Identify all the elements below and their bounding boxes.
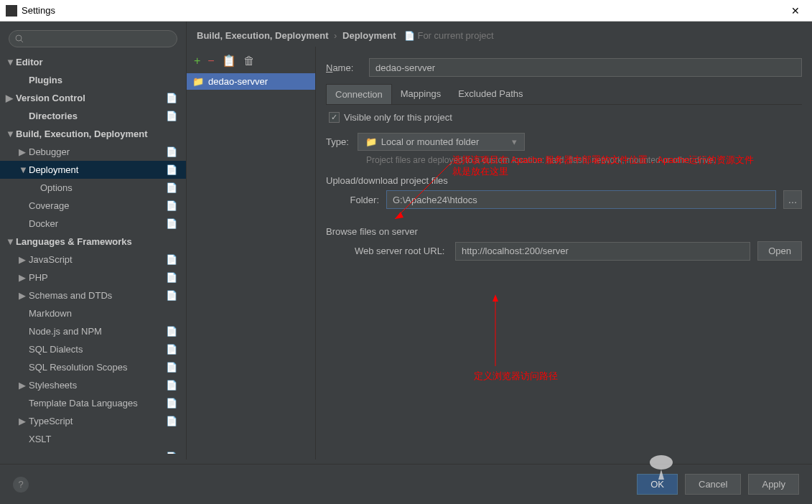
tree-label: Languages & Frameworks	[16, 236, 132, 247]
arrow-icon: ▶	[19, 146, 26, 157]
scope-icon: 📄	[166, 380, 177, 391]
tree-item-build-execution-deployment[interactable]: ▼Build, Execution, Deployment	[0, 125, 186, 143]
type-select[interactable]: 📁 Local or mounted folder ▾	[358, 133, 526, 151]
tree-item-schemas-and-dtds[interactable]: ▶Schemas and DTDs📄	[0, 286, 186, 304]
copy-icon[interactable]: 📋	[222, 54, 236, 67]
svg-marker-5	[493, 294, 498, 302]
server-toolbar: + − 📋 🗑	[187, 54, 315, 72]
folder-icon: 📁	[192, 76, 204, 87]
tree-item-debugger[interactable]: ▶Debugger📄	[0, 143, 186, 161]
tree-item-directories[interactable]: Directories📄	[0, 107, 186, 125]
upload-section-label: Upload/download project files	[326, 175, 802, 186]
tree-item-docker[interactable]: Docker📄	[0, 215, 186, 233]
scope-icon: 📄	[166, 398, 177, 409]
tree-label: XSLT	[29, 434, 52, 444]
tree-label: XSLT File Associations	[29, 452, 123, 454]
tree-item-editor[interactable]: ▼Editor	[0, 53, 186, 71]
tree-item-stylesheets[interactable]: ▶Stylesheets📄	[0, 376, 186, 394]
tree-label: PHP	[29, 272, 48, 283]
tree-item-options[interactable]: Options📄	[0, 179, 186, 197]
close-icon[interactable]: ✕	[785, 0, 806, 22]
breadcrumb: Build, Execution, Deployment › Deploymen…	[187, 22, 812, 47]
scope-icon: 📄	[166, 93, 177, 103]
svg-point-0	[16, 35, 22, 41]
tree-label: Stylesheets	[29, 380, 77, 391]
tab-excluded[interactable]: Excluded Paths	[449, 84, 531, 104]
scope-icon: 📄	[166, 164, 177, 175]
visible-checkbox[interactable]: ✓	[329, 112, 340, 123]
scope-icon: 📄	[166, 182, 177, 193]
tree-label: TypeScript	[29, 416, 73, 426]
titlebar: Settings ✕	[0, 0, 812, 22]
settings-tree: ▼EditorPlugins▶Version Control📄Directori…	[0, 53, 186, 454]
svg-point-6	[650, 455, 673, 470]
arrow-icon: ▶	[19, 272, 26, 283]
add-icon[interactable]: +	[194, 55, 200, 67]
tree-item-typescript[interactable]: ▶TypeScript📄	[0, 412, 186, 430]
name-input[interactable]	[369, 58, 802, 77]
tree-label: SQL Dialects	[29, 344, 83, 355]
arrow-icon: ▶	[19, 290, 26, 301]
tree-label: Directories	[29, 111, 78, 121]
tree-item-sql-dialects[interactable]: SQL Dialects📄	[0, 340, 186, 358]
tree-item-javascript[interactable]: ▶JavaScript📄	[0, 251, 186, 269]
apply-button[interactable]: Apply	[748, 474, 799, 495]
scope-icon: 📄	[166, 290, 177, 301]
tree-item-node-js-and-npm[interactable]: Node.js and NPM📄	[0, 322, 186, 340]
tree-label: Editor	[16, 57, 43, 67]
scope-icon: 📄	[166, 146, 177, 157]
tree-item-xslt[interactable]: XSLT	[0, 430, 186, 448]
scope-icon: 📄	[166, 200, 177, 211]
tree-item-sql-resolution-scopes[interactable]: SQL Resolution Scopes📄	[0, 358, 186, 376]
visible-label: Visible only for this project	[344, 112, 452, 123]
url-input[interactable]	[455, 242, 750, 261]
search-input[interactable]	[9, 30, 177, 47]
svg-marker-3	[395, 212, 403, 219]
cursor-overlay	[647, 454, 676, 482]
arrow-icon: ▼	[6, 236, 13, 247]
help-button[interactable]: ?	[13, 477, 29, 493]
trash-icon[interactable]: 🗑	[243, 55, 255, 67]
browse-button[interactable]: …	[783, 190, 802, 209]
tree-item-languages-frameworks[interactable]: ▼Languages & Frameworks	[0, 233, 186, 251]
folder-input[interactable]	[386, 190, 776, 209]
tree-item-markdown[interactable]: Markdown	[0, 304, 186, 322]
footer: ? OK Cancel Apply	[0, 464, 812, 504]
folder-icon: 📁	[365, 136, 377, 147]
arrow-icon: ▶	[19, 416, 26, 426]
tree-label: Debugger	[29, 146, 70, 157]
arrow-icon: ▶	[19, 254, 26, 265]
tree-item-xslt-file-associations[interactable]: XSLT File Associations📄	[0, 448, 186, 454]
tree-item-version-control[interactable]: ▶Version Control📄	[0, 89, 186, 107]
cancel-button[interactable]: Cancel	[685, 474, 741, 495]
tree-label: Docker	[29, 218, 58, 229]
scope-icon: 📄	[166, 326, 177, 337]
tree-item-php[interactable]: ▶PHP📄	[0, 269, 186, 286]
tree-item-template-data-languages[interactable]: Template Data Languages📄	[0, 394, 186, 412]
type-label: Type:	[326, 136, 349, 147]
tree-label: Version Control	[16, 93, 85, 103]
window-title: Settings	[22, 5, 785, 16]
tab-mappings[interactable]: Mappings	[392, 84, 449, 104]
open-button[interactable]: Open	[757, 241, 802, 261]
tree-label: Deployment	[29, 164, 78, 175]
arrow-icon: ▼	[6, 129, 13, 139]
tree-item-deployment[interactable]: ▼Deployment📄	[0, 161, 186, 179]
tree-label: Coverage	[29, 200, 69, 211]
chevron-down-icon: ▾	[512, 136, 517, 147]
tree-label: Options	[40, 182, 73, 193]
tree-label: JavaScript	[29, 254, 73, 265]
tree-item-plugins[interactable]: Plugins	[0, 71, 186, 89]
folder-label: Folder:	[340, 195, 379, 205]
tree-label: Node.js and NPM	[29, 326, 102, 337]
tree-label: Template Data Languages	[29, 398, 138, 409]
tree-item-coverage[interactable]: Coverage📄	[0, 197, 186, 215]
scope-icon: 📄	[166, 218, 177, 229]
tree-label: Build, Execution, Deployment	[16, 129, 147, 139]
scope-icon: 📄	[166, 452, 177, 454]
server-item[interactable]: 📁 dedao-servver	[187, 73, 315, 90]
remove-icon[interactable]: −	[207, 55, 214, 67]
scope-icon: 📄	[166, 272, 177, 283]
tree-label: Schemas and DTDs	[29, 290, 112, 301]
tab-connection[interactable]: Connection	[326, 84, 392, 104]
